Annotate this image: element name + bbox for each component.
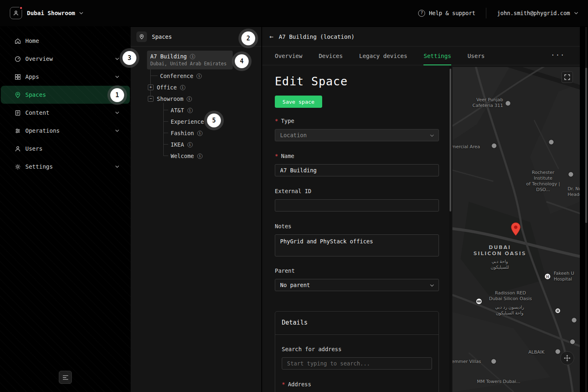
tree-node-name: Experience	[171, 118, 204, 125]
map-pan-button[interactable]	[560, 351, 574, 365]
tree-node-fashion[interactable]: Fashion i	[171, 129, 203, 137]
sidebar-item-home[interactable]: Home	[1, 32, 130, 50]
tab-users[interactable]: Users	[468, 47, 485, 65]
tab-legacy-devices[interactable]: Legacy devices	[359, 47, 407, 65]
spaces-panel: Spaces A7 Building i Dubai, United Arab …	[131, 27, 261, 392]
tree-guide-line	[163, 133, 168, 133]
info-icon[interactable]: i	[187, 108, 193, 113]
tab-settings[interactable]: Settings	[423, 47, 451, 65]
external-id-field: External ID	[275, 188, 439, 212]
address-search-input[interactable]	[282, 357, 432, 370]
parent-field: Parent No parent	[275, 268, 439, 291]
sidebar-item-label: Operations	[25, 127, 60, 134]
save-space-button[interactable]: Save space	[275, 96, 322, 108]
type-select[interactable]: Location	[275, 129, 439, 141]
chevron-down-icon[interactable]	[79, 12, 83, 14]
sidebar-item-users[interactable]: Users	[1, 140, 130, 158]
tree-guide-line	[163, 121, 168, 122]
sidebar-item-label: Spaces	[25, 91, 46, 98]
external-id-input[interactable]	[275, 199, 439, 212]
parent-value: No parent	[280, 282, 310, 288]
step-badge-4: 4	[235, 54, 249, 68]
org-avatar[interactable]	[10, 7, 22, 19]
chevron-down-icon	[115, 165, 119, 168]
sidebar-toggle-button[interactable]	[59, 371, 72, 384]
map-label-commercial-area: mercial Area	[452, 144, 480, 150]
info-icon[interactable]: i	[196, 74, 202, 79]
tree-node-welcome[interactable]: Welcome i	[171, 152, 203, 160]
expand-icon[interactable]: +	[148, 85, 154, 90]
sidebar-item-label: Settings	[25, 163, 53, 170]
page-title: A7 Building (location)	[279, 33, 354, 40]
info-icon[interactable]: i	[187, 96, 192, 102]
map-label-radisson-red-arabic: راديسون رد دبي واحة السيليكون	[495, 304, 524, 316]
form-scrollbar-thumb[interactable]	[450, 69, 451, 212]
step-badge-2: 2	[241, 31, 255, 45]
tree-node-name: Showroom	[157, 96, 183, 102]
sidebar-item-label: Home	[25, 38, 39, 44]
sidebar-item-settings[interactable]: Settings	[1, 158, 130, 176]
step-badge-3: 3	[122, 51, 136, 65]
tree-node-a7-building[interactable]: A7 Building i Dubai, United Arab Emirate…	[147, 51, 233, 69]
tree-node-subtitle: Dubai, United Arab Emirates	[150, 61, 229, 67]
notification-dot	[19, 6, 23, 10]
map-fullscreen-button[interactable]	[561, 71, 573, 83]
tab-overview[interactable]: Overview	[275, 47, 302, 65]
search-address-label: Search for address	[282, 346, 341, 352]
required-marker: *	[282, 381, 285, 387]
parent-select[interactable]: No parent	[275, 279, 439, 291]
collapse-icon[interactable]: −	[148, 96, 154, 102]
page-scrollbar-thumb[interactable]	[585, 68, 587, 223]
info-icon[interactable]: i	[187, 142, 193, 147]
org-name[interactable]: Dubai Showroom	[27, 10, 75, 16]
tree-node-showroom[interactable]: − Showroom i	[148, 95, 192, 103]
type-field: *Type Location	[275, 118, 439, 141]
notes-textarea[interactable]: PhyGrid and PhyStack offices	[275, 234, 439, 256]
tree-guide-line	[163, 103, 164, 156]
address-label: Address	[288, 381, 311, 387]
sidebar-item-overview[interactable]: Overview	[1, 50, 130, 68]
tree-node-conference[interactable]: Conference i	[160, 72, 202, 80]
sidebar-item-apps[interactable]: Apps	[1, 68, 130, 86]
home-icon	[14, 37, 21, 45]
tree-node-ikea[interactable]: IKEA i	[171, 140, 193, 149]
type-value: Location	[280, 132, 307, 138]
notes-field: Notes PhyGrid and PhyStack offices	[275, 223, 439, 256]
address-field: *Address	[282, 381, 432, 387]
info-icon[interactable]: i	[197, 154, 203, 159]
tree-node-experience[interactable]: Experience i	[171, 118, 212, 126]
tree-guide-line	[163, 156, 168, 156]
edit-space-form: Edit Space Save space *Type Location *Na…	[262, 65, 449, 392]
tree-node-att[interactable]: AT&T i	[171, 106, 193, 114]
required-marker: *	[275, 153, 278, 159]
tab-devices[interactable]: Devices	[318, 47, 343, 65]
more-options-icon[interactable]: ···	[551, 47, 565, 65]
topbar-divider	[486, 8, 486, 18]
info-icon[interactable]: i	[190, 54, 195, 59]
sidebar-item-operations[interactable]: Operations	[1, 122, 130, 140]
help-support-button[interactable]: ? Help & support	[418, 10, 475, 17]
map-label-rochester: Rochester Institute of Technology | DSO.…	[525, 170, 561, 193]
info-icon[interactable]: i	[180, 85, 185, 90]
tab-bar: Overview Devices Legacy devices Settings…	[262, 47, 580, 65]
map[interactable]: H Veer Punjab Cafeteria 311	[452, 67, 580, 392]
help-icon: ?	[418, 10, 425, 17]
tree-guide-line	[163, 110, 168, 110]
back-button[interactable]: ←	[270, 33, 274, 40]
name-input[interactable]	[275, 164, 439, 176]
apps-grid-icon	[14, 73, 21, 80]
name-label: Name	[281, 153, 294, 159]
tree-node-office[interactable]: + Office i	[148, 83, 185, 91]
user-icon	[14, 145, 21, 152]
external-id-label: External ID	[275, 188, 311, 194]
pan-arrows-icon	[564, 354, 571, 362]
user-menu[interactable]: john.smith@phygrid.com	[497, 10, 578, 16]
sidebar-item-label: Overview	[25, 56, 53, 62]
step-badge-1: 1	[110, 88, 124, 102]
user-email: john.smith@phygrid.com	[497, 10, 570, 16]
tree-guide-line	[163, 144, 168, 145]
required-marker: *	[275, 118, 278, 124]
info-icon[interactable]: i	[197, 131, 203, 136]
sidebar-item-content[interactable]: Content	[1, 104, 130, 122]
step-badge-5: 5	[207, 114, 221, 127]
